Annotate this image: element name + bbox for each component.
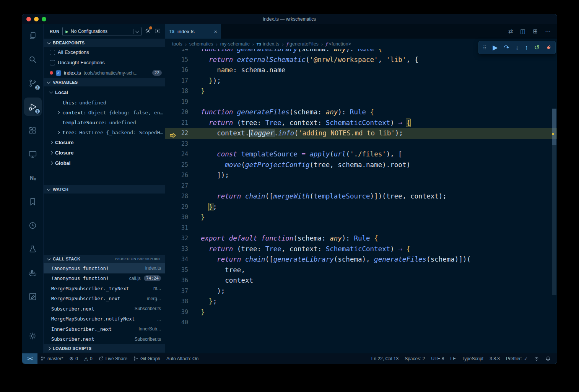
variable-scope-closure[interactable]: Closure [44,137,165,148]
code-text[interactable] [201,139,217,150]
debug-console-button[interactable] [154,28,161,36]
step-into-icon[interactable]: ↓ [516,44,519,51]
code-line[interactable]: 22 context.logger.info('adding NOTES.md … [165,128,557,139]
editor-scrollbar[interactable] [552,49,557,353]
code-text[interactable]: return (tree: Tree, context: SchematicCo… [201,118,410,128]
line-number[interactable]: 22 [165,128,192,139]
activity-item-extensions[interactable] [24,121,42,140]
activity-item-beaker[interactable] [24,240,42,258]
call-stack-frame[interactable]: (anonymous function)call.js74:24 [44,273,165,284]
code-text[interactable]: return chain([generateLibrary(schema), g… [201,254,471,265]
status-item-encoding[interactable]: UTF-8 [428,353,447,364]
continue-icon[interactable]: ▶ [493,44,498,51]
code-text[interactable]: export default function(schema: any): Ru… [201,233,378,244]
call-stack-frame[interactable]: InnerSubscriber._nextInnerSub... [44,324,165,334]
line-number[interactable]: 20 [165,107,192,118]
call-stack-frame[interactable]: (anonymous function)index.ts [44,263,165,273]
code-line[interactable]: 30} [165,212,557,223]
maximize-window-button[interactable] [42,17,46,21]
code-line[interactable]: 35 tree, [165,265,557,276]
code-text[interactable]: return (tree: Tree, context: SchematicCo… [201,244,410,255]
code-line[interactable]: 33 return (tree: Tree, context: Schemati… [165,244,557,255]
breakpoint-checkbox[interactable] [50,50,55,55]
status-item-errors[interactable]: ⊗0 [66,353,81,364]
breakpoint-row[interactable]: All Exceptions [44,47,165,57]
code-text[interactable]: ]); [201,170,229,181]
code-text[interactable]: } [201,307,205,318]
line-number[interactable]: 16 [165,65,192,76]
line-number[interactable]: 21 [165,118,192,128]
code-line[interactable]: 28 return chain([mergeWith(templateSourc… [165,191,557,202]
line-number[interactable]: 14 [165,49,192,55]
line-number[interactable]: 19 [165,97,192,107]
code-line[interactable]: 29 }; [165,202,557,213]
code-text[interactable]: ); [201,286,225,297]
code-text[interactable]: move(getProjectConfig(tree, schema.name)… [201,160,410,171]
code-line[interactable]: 17 }); [165,76,557,86]
line-number[interactable]: 39 [165,307,192,318]
call-stack-frame[interactable]: MergeMapSubscriber._nextmerg... [44,294,165,304]
line-number[interactable]: 38 [165,296,192,307]
status-item-remote-indicator[interactable]: >< [22,353,37,364]
call-stack-header[interactable]: CALL STACK PAUSED ON BREAKPOINT [44,255,165,263]
code-text[interactable]: }); [201,76,221,86]
disconnect-icon[interactable] [546,45,551,50]
code-text[interactable]: name: schema.name [201,65,285,76]
status-item-ts-version[interactable]: 3.8.3 [486,353,503,364]
code-text[interactable]: }; [201,202,217,213]
activity-item-nx-console[interactable]: N [24,169,42,187]
variable-row[interactable]: this: undefined [44,98,165,107]
status-item-indentation[interactable]: Spaces: 2 [402,353,428,364]
status-item-language-mode[interactable]: TypeScript [459,353,487,364]
line-number[interactable]: 15 [165,55,192,65]
more-actions-icon[interactable]: ⋯ [545,28,551,35]
code-line[interactable]: 15 return externalSchematic('@nrwl/works… [165,55,557,65]
variable-row[interactable]: tree: HostTree {_backend: ScopedH… [44,127,165,137]
activity-item-docker[interactable] [24,264,42,282]
activity-item-bookmarks[interactable] [24,192,42,211]
status-item-warnings[interactable]: △0 [81,353,96,364]
activity-item-source-control[interactable]: 3 [24,74,42,92]
line-number[interactable]: 28 [165,191,192,202]
variables-header[interactable]: VARIABLES [44,78,165,86]
start-debugging-icon[interactable]: ▶ [65,29,68,34]
close-window-button[interactable] [26,17,31,21]
close-tab-icon[interactable]: × [214,28,217,35]
status-item-live-share[interactable]: Live Share [96,353,130,364]
code-text[interactable]: }; [201,296,217,307]
activity-item-search[interactable] [24,50,42,68]
activity-item-explorer[interactable] [24,26,42,45]
code-text[interactable]: context [201,275,253,286]
step-over-icon[interactable]: ↷ [504,44,509,51]
breakpoint-row[interactable]: ✓index.tstools/schematics/my-sch...22 [44,68,165,78]
code-line[interactable]: 16 name: schema.name [165,65,557,76]
status-item-cursor-position[interactable]: Ln 22, Col 13 [368,353,402,364]
activity-item-clock[interactable] [24,216,42,234]
code-text[interactable] [201,181,217,192]
code-line[interactable]: 24 const templateSource = apply(url('./f… [165,149,557,160]
line-number[interactable]: 31 [165,223,192,234]
line-number[interactable]: 37 [165,286,192,297]
line-number[interactable]: 30 [165,212,192,223]
watch-header[interactable]: WATCH [44,185,165,194]
code-text[interactable]: context.logger.info('adding NOTES.md to … [201,128,403,139]
launch-config-dropdown[interactable]: ▶ No Configurations [62,27,141,36]
line-number[interactable]: 33 [165,244,192,255]
code-line[interactable]: 31 [165,223,557,234]
tab-index-ts[interactable]: TS index.ts × [165,24,221,39]
breadcrumb-item-5[interactable]: ƒgenerateFiles [286,41,319,47]
call-stack-frame[interactable]: MergeMapSubscriber.notifyNext... [44,314,165,324]
activity-item-notes[interactable] [24,287,42,306]
code-line[interactable]: 25 move(getProjectConfig(tree, schema.na… [165,160,557,171]
code-line[interactable]: 20function generateFiles(schema: any): R… [165,107,557,118]
status-item-git-branch[interactable]: master* [37,353,66,364]
code-line[interactable]: 19 [165,97,557,107]
code-text[interactable]: return chain([mergeWith(templateSource)]… [201,191,447,202]
breadcrumb-item-2[interactable]: schematics [189,41,213,47]
call-stack-frame[interactable]: Subscriber.nextSubscriber.ts [44,304,165,314]
code-text[interactable]: function generateFiles(schema: any): Rul… [201,107,374,118]
breadcrumb-item-1[interactable]: tools [172,41,182,47]
code-line[interactable]: 34 return chain([generateLibrary(schema)… [165,254,557,265]
settings-gear-button[interactable] [24,327,42,345]
status-item-feedback[interactable] [531,353,542,364]
